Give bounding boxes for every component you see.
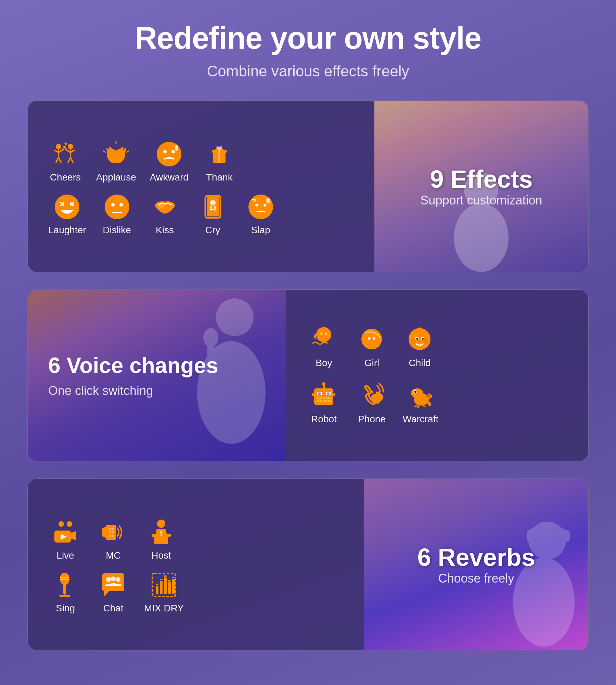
svg-rect-122 xyxy=(564,530,570,542)
voice-count-title: 6 Voice changes xyxy=(48,353,266,378)
svg-point-55 xyxy=(368,337,371,340)
svg-point-66 xyxy=(322,382,325,386)
mixdry-item[interactable]: MIX DRY xyxy=(144,571,184,614)
voice-row-1: Boy Girl xyxy=(307,326,568,369)
live-label: Live xyxy=(56,550,74,561)
svg-point-95 xyxy=(157,520,165,528)
svg-point-51 xyxy=(316,327,331,342)
awkward-label: Awkward xyxy=(150,172,189,183)
phone-label: Phone xyxy=(358,414,386,425)
svg-point-106 xyxy=(111,576,116,581)
warcraft-item[interactable]: Warcraft xyxy=(402,382,438,425)
voice-row-2: Robot Phone xyxy=(307,382,568,425)
live-item[interactable]: Live xyxy=(48,519,82,561)
svg-point-33 xyxy=(111,203,115,207)
applause-item[interactable]: Applause xyxy=(96,140,136,183)
svg-line-11 xyxy=(68,158,70,163)
svg-point-7 xyxy=(68,144,73,149)
boy-item[interactable]: Boy xyxy=(307,326,341,369)
mixdry-label: MIX DRY xyxy=(144,603,184,614)
reverbs-row-1: Live xyxy=(48,519,347,561)
svg-rect-87 xyxy=(102,528,106,536)
child-item[interactable]: Child xyxy=(402,326,437,369)
cry-item[interactable]: Cry xyxy=(196,193,230,236)
svg-point-56 xyxy=(373,337,375,340)
girl-item[interactable]: Girl xyxy=(355,326,389,369)
voice-card: 6 Voice changes One click switching Boy xyxy=(27,289,589,461)
svg-rect-116 xyxy=(164,575,167,577)
svg-point-24 xyxy=(157,142,181,166)
svg-point-82 xyxy=(414,391,416,393)
dislike-item[interactable]: Dislike xyxy=(100,193,134,236)
thank-item[interactable]: Thank xyxy=(202,140,236,183)
mixdry-icon xyxy=(150,571,178,599)
slap-item[interactable]: Slap xyxy=(244,193,278,236)
cry-label: Cry xyxy=(205,225,220,236)
kiss-item[interactable]: Kiss xyxy=(148,193,182,236)
cry-icon xyxy=(199,193,227,221)
warcraft-icon xyxy=(407,382,434,410)
kiss-label: Kiss xyxy=(156,225,174,236)
voice-icons-panel: Boy Girl xyxy=(286,290,588,461)
robot-item[interactable]: Robot xyxy=(307,382,341,425)
svg-rect-112 xyxy=(168,582,171,594)
chat-label: Chat xyxy=(103,603,123,614)
svg-line-22 xyxy=(126,151,129,152)
sing-item[interactable]: Sing xyxy=(48,571,82,614)
svg-rect-111 xyxy=(164,577,167,594)
svg-point-62 xyxy=(416,338,418,340)
boy-label: Boy xyxy=(316,358,332,369)
applause-label: Applause xyxy=(96,172,136,183)
svg-rect-69 xyxy=(318,393,321,395)
svg-point-63 xyxy=(422,338,424,340)
reverbs-photo-panel: 6 Reverbs Choose freely xyxy=(364,479,588,650)
svg-point-98 xyxy=(160,531,163,534)
host-item[interactable]: Host xyxy=(144,519,178,561)
host-label: Host xyxy=(151,550,171,561)
svg-line-12 xyxy=(70,158,73,163)
phone-item[interactable]: Phone xyxy=(355,382,389,425)
slap-icon xyxy=(247,193,274,221)
cheers-item[interactable]: ★ Cheers xyxy=(48,140,82,183)
robot-icon xyxy=(310,382,337,410)
effects-count-title: 9 Effects xyxy=(420,165,542,193)
svg-rect-97 xyxy=(154,537,168,544)
svg-point-59 xyxy=(423,338,428,344)
svg-point-32 xyxy=(105,195,129,219)
svg-point-100 xyxy=(60,573,69,585)
effects-row-2: Laughter Dislike xyxy=(48,193,357,236)
reverbs-count-title: 6 Reverbs xyxy=(417,543,535,571)
svg-rect-103 xyxy=(63,584,66,595)
svg-rect-110 xyxy=(160,581,163,594)
svg-point-83 xyxy=(59,521,64,527)
svg-point-91 xyxy=(109,531,111,533)
mc-label: MC xyxy=(106,550,121,561)
dislike-label: Dislike xyxy=(103,225,131,236)
sing-icon xyxy=(52,571,79,599)
mc-item[interactable]: MC xyxy=(96,519,130,561)
svg-point-36 xyxy=(159,204,164,208)
svg-point-90 xyxy=(112,528,114,530)
svg-point-107 xyxy=(116,577,120,582)
svg-point-84 xyxy=(67,521,72,527)
sing-label: Sing xyxy=(56,603,75,614)
slap-label: Slap xyxy=(251,225,270,236)
svg-point-92 xyxy=(112,531,114,533)
awkward-icon xyxy=(155,140,183,168)
laughter-item[interactable]: Laughter xyxy=(48,193,86,236)
dislike-icon xyxy=(103,193,131,221)
chat-item[interactable]: Chat xyxy=(96,571,130,614)
svg-line-21 xyxy=(103,151,106,152)
reverbs-count-subtitle: Choose freely xyxy=(417,571,535,586)
awkward-item[interactable]: Awkward xyxy=(150,140,189,183)
voice-photo-panel: 6 Voice changes One click switching xyxy=(28,290,286,461)
svg-point-53 xyxy=(325,333,327,335)
svg-rect-35 xyxy=(112,212,122,213)
effects-photo-panel: 9 Effects Support customization xyxy=(374,101,588,272)
svg-point-34 xyxy=(119,203,123,207)
kiss-icon xyxy=(151,193,179,221)
svg-point-80 xyxy=(411,388,423,398)
effects-icons-panel: ★ Cheers xyxy=(28,101,374,272)
robot-label: Robot xyxy=(311,414,337,425)
svg-rect-99 xyxy=(161,534,162,536)
